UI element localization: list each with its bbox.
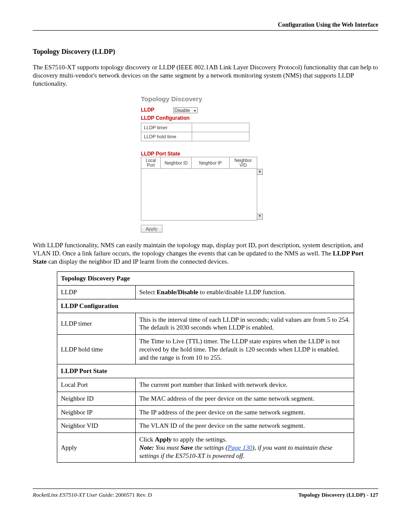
row-desc-lldp-timer: This is the interval time of each LLDP i… xyxy=(136,313,354,335)
embedded-screenshot: Topology Discovery LLDP Disable ▼ LLDP C… xyxy=(139,93,272,234)
footer-left-rest: : 2000571 Rev. D xyxy=(112,492,152,498)
row-label-apply: Apply xyxy=(57,433,136,463)
row-label-local-port: Local Port xyxy=(57,378,136,392)
footer-right: Topology Discovery (LLDP) - 127 xyxy=(298,492,378,498)
ss-config-row-input[interactable] xyxy=(192,132,249,141)
ss-lldp-label: LLDP xyxy=(141,107,154,113)
row-desc-neighbor-ip: The IP address of the peer device on the… xyxy=(136,405,354,419)
row-label-neighbor-id: Neighbor ID xyxy=(57,392,136,405)
row-label-lldp-hold: LLDP hold time xyxy=(57,335,136,364)
row-desc-local-port: The current port number that linked with… xyxy=(136,378,354,392)
header-right-text: Configuration Using the Web Interface xyxy=(278,22,378,28)
intro-paragraph: The ES7510-XT supports topology discover… xyxy=(33,63,378,87)
ss-portstate-heading: LLDP Port State xyxy=(141,151,270,157)
scroll-down-icon[interactable]: ▼ xyxy=(257,214,263,220)
row-desc-apply: Click Apply to apply the settings. Note:… xyxy=(136,433,354,463)
subheader-config: LLDP Configuration xyxy=(57,299,354,313)
after-screenshot-paragraph: With LLDP functionality, NMS can easily … xyxy=(33,241,378,265)
page-130-link[interactable]: Page 130 xyxy=(227,444,252,451)
ss-config-row-input[interactable] xyxy=(192,123,249,132)
ss-config-row-label: LLDP hold time xyxy=(141,132,192,141)
row-desc-lldp: Select Enable/Disable to enable/disable … xyxy=(136,286,354,299)
ss-col-neighbor-id: Neighbor ID xyxy=(161,157,192,169)
ss-portstate-table: Local Port Neighbor ID Neighbor IP Neigh… xyxy=(141,157,257,169)
ss-col-local-port: Local Port xyxy=(141,157,161,169)
table-caption: Topology Discovery Page xyxy=(57,272,354,286)
ss-config-heading: LLDP Configuration xyxy=(141,115,190,121)
ss-col-neighbor-vid: Neighbor VID xyxy=(229,157,257,169)
footer-left-italic: RocketLinx ES7510-XT User Guide xyxy=(33,492,112,498)
ss-apply-button[interactable]: Apply xyxy=(141,225,162,233)
ss-config-row-label: LLDP timer xyxy=(141,123,192,132)
row-desc-neighbor-id: The MAC address of the peer device on th… xyxy=(136,392,354,405)
ss-lldp-select-value: Disable xyxy=(174,108,190,113)
ss-config-table: LLDP timer LLDP hold time xyxy=(141,123,249,141)
ss-scrollbar[interactable]: ▲ ▼ xyxy=(257,169,263,220)
row-label-lldp-timer: LLDP timer xyxy=(57,313,136,335)
subheader-portstate: LLDP Port State xyxy=(57,364,354,378)
ss-portstate-body: ▲ ▼ xyxy=(141,169,257,221)
row-label-neighbor-ip: Neighbor IP xyxy=(57,405,136,419)
row-desc-lldp-hold: The Time to Live (TTL) timer. The LLDP s… xyxy=(136,335,354,364)
row-label-lldp: LLDP xyxy=(57,286,136,299)
ss-lldp-select[interactable]: Disable ▼ xyxy=(173,107,198,113)
ss-title: Topology Discovery xyxy=(141,95,270,103)
page-header: Configuration Using the Web Interface xyxy=(33,22,378,31)
definition-table: Topology Discovery Page LLDP Select Enab… xyxy=(57,271,354,463)
page-footer: RocketLinx ES7510-XT User Guide: 2000571… xyxy=(33,488,378,498)
scroll-up-icon[interactable]: ▲ xyxy=(257,169,263,175)
ss-col-neighbor-ip: Neighbor IP xyxy=(192,157,229,169)
section-heading: Topology Discovery (LLDP) xyxy=(33,48,378,56)
row-desc-neighbor-vid: The VLAN ID of the peer device on the sa… xyxy=(136,419,354,433)
row-label-neighbor-vid: Neighbor VID xyxy=(57,419,136,433)
chevron-down-icon: ▼ xyxy=(193,109,196,113)
